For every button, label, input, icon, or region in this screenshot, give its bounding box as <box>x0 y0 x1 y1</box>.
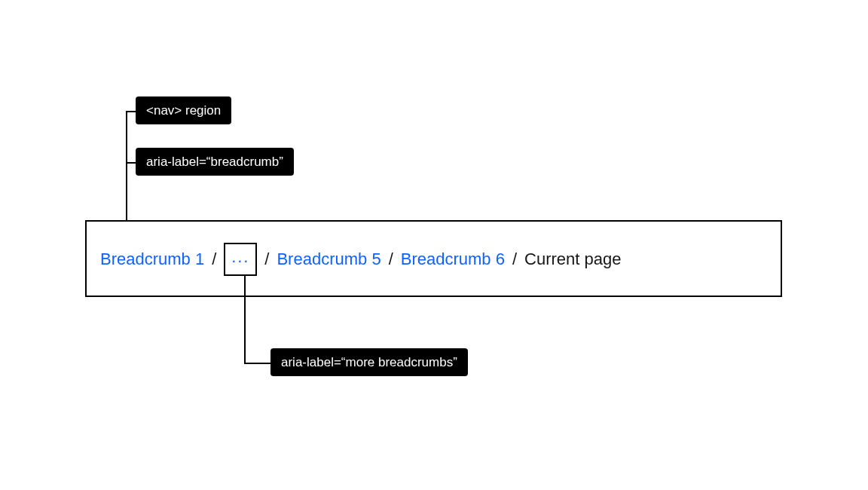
breadcrumb-link-5[interactable]: Breadcrumb 5 <box>277 250 381 269</box>
connector-line <box>244 363 270 364</box>
annotation-aria-breadcrumb: aria-label=“breadcrumb” <box>136 148 294 176</box>
breadcrumb-separator: / <box>381 250 401 269</box>
breadcrumb-nav: Breadcrumb 1 / ... / Breadcrumb 5 / Brea… <box>100 243 621 276</box>
breadcrumb-current-page: Current page <box>524 250 621 269</box>
breadcrumb-separator: / <box>204 250 224 269</box>
breadcrumb-separator: / <box>257 250 277 269</box>
connector-line <box>126 162 136 164</box>
breadcrumb-separator: / <box>505 250 524 269</box>
connector-line <box>244 276 246 363</box>
breadcrumb-overflow-button[interactable]: ... <box>224 243 257 276</box>
connector-line <box>126 111 127 220</box>
annotation-nav-region: <nav> region <box>136 96 231 124</box>
breadcrumb-link-6[interactable]: Breadcrumb 6 <box>401 250 505 269</box>
breadcrumb-link-1[interactable]: Breadcrumb 1 <box>100 250 204 269</box>
annotation-aria-more-breadcrumbs: aria-label=“more breadcrumbs” <box>270 348 468 376</box>
connector-line <box>126 111 136 112</box>
